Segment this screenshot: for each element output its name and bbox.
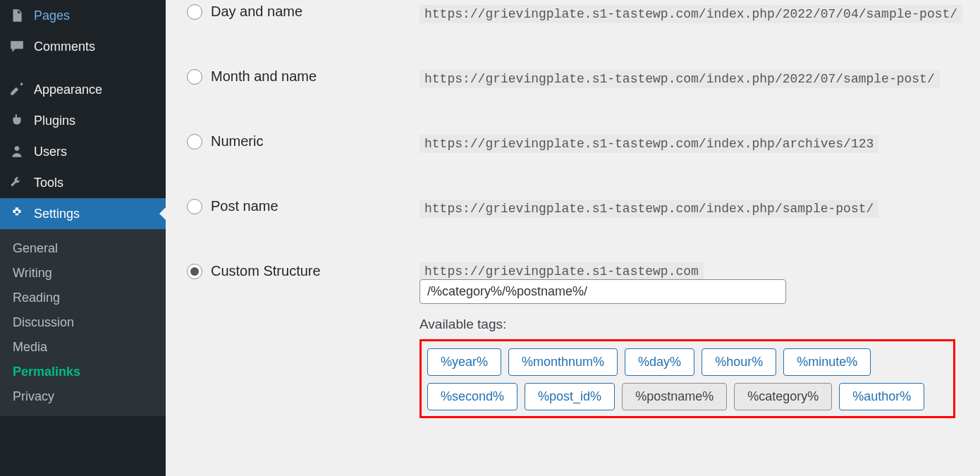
submenu-discussion[interactable]: Discussion [0, 310, 166, 335]
pages-icon [8, 7, 25, 24]
submenu-writing[interactable]: Writing [0, 261, 166, 286]
option-label-custom[interactable]: Custom Structure [187, 263, 419, 279]
option-label-numeric[interactable]: Numeric [187, 133, 419, 149]
menu-label: Appearance [34, 83, 102, 97]
menu-label: Settings [34, 207, 80, 221]
option-label-day-name[interactable]: Day and name [187, 4, 419, 20]
radio-label: Month and name [211, 68, 317, 85]
comments-icon [8, 38, 25, 55]
menu-settings[interactable]: Settings [0, 198, 166, 229]
submenu-media[interactable]: Media [0, 335, 166, 360]
menu-label: Users [34, 145, 67, 159]
appearance-icon [8, 81, 25, 98]
url-sample-day-name: https://grievingplate.s1-tastewp.com/ind… [419, 5, 962, 23]
radio-month-name[interactable] [187, 69, 202, 85]
radio-label: Custom Structure [211, 263, 321, 279]
custom-structure-input[interactable] [419, 279, 786, 304]
submenu-privacy[interactable]: Privacy [0, 384, 166, 409]
main-content: Day and name https://grievingplate.s1-ta… [166, 0, 980, 476]
menu-pages[interactable]: Pages [0, 0, 166, 31]
option-post-name: Post name https://grievingplate.s1-taste… [187, 176, 980, 240]
radio-numeric[interactable] [187, 134, 202, 149]
option-custom: Custom Structure https://grievingplate.s… [187, 240, 980, 441]
tag-minute[interactable]: %minute% [783, 348, 871, 376]
submenu-permalinks[interactable]: Permalinks [0, 360, 166, 384]
tag-year[interactable]: %year% [427, 348, 501, 376]
users-icon [8, 143, 25, 160]
tools-icon [8, 174, 25, 191]
option-numeric: Numeric https://grievingplate.s1-tastewp… [187, 111, 980, 176]
radio-label: Day and name [211, 4, 302, 20]
radio-label: Numeric [211, 133, 263, 149]
option-day-name: Day and name https://grievingplate.s1-ta… [187, 0, 980, 46]
available-tags-label: Available tags: [419, 317, 980, 332]
tag-day[interactable]: %day% [625, 348, 694, 376]
menu-appearance[interactable]: Appearance [0, 74, 166, 105]
menu-label: Plugins [34, 114, 75, 128]
menu-tools[interactable]: Tools [0, 167, 166, 198]
available-tags-box: %year% %monthnum% %day% %hour% %minute% … [419, 339, 955, 418]
settings-icon [8, 205, 25, 222]
settings-submenu: General Writing Reading Discussion Media… [0, 229, 166, 416]
url-sample-numeric: https://grievingplate.s1-tastewp.com/ind… [419, 135, 878, 153]
menu-comments[interactable]: Comments [0, 31, 166, 62]
tag-category[interactable]: %category% [734, 383, 832, 410]
tag-monthnum[interactable]: %monthnum% [508, 348, 618, 376]
menu-label: Comments [34, 39, 95, 54]
radio-custom[interactable] [187, 264, 202, 279]
radio-post-name[interactable] [187, 199, 202, 214]
tag-postname[interactable]: %postname% [622, 383, 727, 410]
url-sample-month-name: https://grievingplate.s1-tastewp.com/ind… [419, 70, 940, 88]
submenu-reading[interactable]: Reading [0, 286, 166, 310]
tag-author[interactable]: %author% [839, 383, 924, 410]
radio-label: Post name [211, 198, 278, 214]
url-sample-post-name: https://grievingplate.s1-tastewp.com/ind… [419, 200, 878, 218]
custom-url-prefix: https://grievingplate.s1-tastewp.com [419, 262, 704, 281]
admin-sidebar: Pages Comments Appearance Plugins Users … [0, 0, 166, 476]
option-label-post-name[interactable]: Post name [187, 198, 419, 214]
option-label-month-name[interactable]: Month and name [187, 68, 419, 85]
plugins-icon [8, 112, 25, 129]
tag-hour[interactable]: %hour% [702, 348, 776, 376]
menu-plugins[interactable]: Plugins [0, 105, 166, 136]
tag-second[interactable]: %second% [427, 383, 517, 410]
radio-day-name[interactable] [187, 4, 202, 20]
menu-label: Tools [34, 176, 63, 190]
menu-label: Pages [34, 8, 70, 23]
option-month-name: Month and name https://grievingplate.s1-… [187, 46, 980, 111]
menu-users[interactable]: Users [0, 136, 166, 167]
submenu-general[interactable]: General [0, 236, 166, 261]
tag-post-id[interactable]: %post_id% [525, 383, 615, 410]
